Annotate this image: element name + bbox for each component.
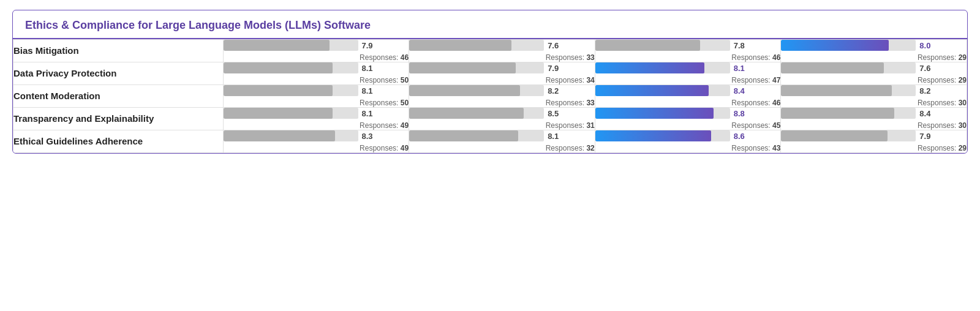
bar-container: 8.1 xyxy=(409,130,595,141)
bar-track xyxy=(409,85,544,96)
bar-container: 8.6 xyxy=(595,130,781,141)
bar-fill xyxy=(595,85,709,96)
bar-fill xyxy=(595,130,711,141)
row-label-cell: Content Moderation xyxy=(13,85,224,108)
responses-count: 34 xyxy=(586,76,594,84)
responses-text: Responses: 29 xyxy=(781,144,967,152)
responses-count: 43 xyxy=(772,144,780,152)
row-label-cell: Transparency and Explainability xyxy=(13,108,224,130)
bar-value: 8.1 xyxy=(548,132,564,141)
bar-fill xyxy=(224,40,330,51)
bar-cell: 8.5Responses: 31 xyxy=(409,108,595,130)
bar-value: 8.3 xyxy=(362,132,378,141)
bar-container: 8.3 xyxy=(224,130,409,141)
table-row: Transparency and Explainability8.1Respon… xyxy=(13,108,967,130)
responses-text: Responses: 49 xyxy=(224,121,409,130)
bar-value: 8.2 xyxy=(548,86,564,96)
bar-value: 8.2 xyxy=(919,86,935,96)
row-label-cell: Ethical Guidelines Adherence xyxy=(13,130,224,153)
bar-track xyxy=(595,85,730,96)
bar-track xyxy=(595,40,730,51)
responses-text: Responses: 46 xyxy=(224,53,409,62)
bar-container: 7.9 xyxy=(224,40,409,51)
bar-value: 8.5 xyxy=(548,109,564,118)
bar-fill xyxy=(224,130,336,141)
row-label: Data Privacy Protection xyxy=(13,68,116,78)
bar-value: 8.6 xyxy=(734,132,750,141)
bar-value: 7.8 xyxy=(734,41,750,50)
responses-text: Responses: 47 xyxy=(595,76,781,84)
bar-container: 8.8 xyxy=(595,108,781,119)
bar-cell: 7.6Responses: 33 xyxy=(409,40,595,62)
bar-fill xyxy=(409,62,516,73)
row-label-cell: Data Privacy Protection xyxy=(13,62,224,85)
bar-track xyxy=(224,62,358,73)
bar-container: 8.1 xyxy=(595,62,781,73)
bar-track xyxy=(781,62,916,73)
responses-text: Responses: 32 xyxy=(409,144,595,152)
bar-fill xyxy=(224,85,333,96)
data-table: Bias Mitigation7.9Responses: 467.6Respon… xyxy=(13,39,967,153)
bar-track xyxy=(409,108,544,119)
bar-container: 8.2 xyxy=(781,85,967,96)
bar-cell: 7.9Responses: 34 xyxy=(409,62,595,85)
bar-container: 8.4 xyxy=(781,108,967,119)
responses-text: Responses: 45 xyxy=(595,121,781,130)
card-title: Ethics & Compliance for Large Language M… xyxy=(25,19,371,31)
bar-track xyxy=(781,40,916,51)
responses-count: 29 xyxy=(959,53,967,62)
bar-track xyxy=(595,62,730,73)
bar-fill xyxy=(781,62,883,73)
bar-container: 7.6 xyxy=(409,40,595,51)
bar-track xyxy=(224,108,358,119)
bar-fill xyxy=(595,62,704,73)
bar-container: 8.1 xyxy=(224,108,409,119)
bar-track xyxy=(595,130,730,141)
bar-value: 8.1 xyxy=(362,86,378,96)
bar-value: 8.4 xyxy=(734,86,750,96)
responses-count: 46 xyxy=(772,53,780,62)
responses-count: 29 xyxy=(959,76,967,84)
responses-count: 49 xyxy=(401,121,409,130)
responses-text: Responses: 43 xyxy=(595,144,781,152)
bar-cell: 8.1Responses: 49 xyxy=(223,108,409,130)
bar-cell: 7.9Responses: 46 xyxy=(223,40,409,62)
bar-value: 7.9 xyxy=(548,64,564,73)
responses-count: 33 xyxy=(586,99,594,107)
responses-count: 49 xyxy=(401,144,409,152)
responses-text: Responses: 30 xyxy=(781,121,967,130)
responses-count: 50 xyxy=(401,76,409,84)
responses-count: 47 xyxy=(772,76,780,84)
bar-cell: 8.4Responses: 30 xyxy=(781,108,967,130)
bar-fill xyxy=(409,108,524,119)
responses-count: 45 xyxy=(772,121,780,130)
bar-cell: 8.6Responses: 43 xyxy=(595,130,781,153)
responses-count: 29 xyxy=(959,144,967,152)
row-label: Content Moderation xyxy=(13,91,100,101)
responses-text: Responses: 30 xyxy=(781,99,967,107)
bar-cell: 8.0Responses: 29 xyxy=(781,40,967,62)
bar-value: 7.9 xyxy=(919,132,935,141)
bar-track xyxy=(224,40,358,51)
responses-text: Responses: 29 xyxy=(781,53,967,62)
table-row: Content Moderation8.1Responses: 508.2Res… xyxy=(13,85,967,108)
main-card: Ethics & Compliance for Large Language M… xyxy=(12,10,968,154)
bar-track xyxy=(781,85,916,96)
responses-count: 32 xyxy=(586,144,594,152)
bar-cell: 8.2Responses: 30 xyxy=(781,85,967,108)
responses-count: 46 xyxy=(772,99,780,107)
bar-value: 8.1 xyxy=(362,109,378,118)
row-label: Ethical Guidelines Adherence xyxy=(13,136,143,146)
responses-text: Responses: 33 xyxy=(409,53,595,62)
bar-fill xyxy=(781,108,894,119)
bar-cell: 7.9Responses: 29 xyxy=(781,130,967,153)
bar-fill xyxy=(781,130,888,141)
bar-cell: 8.1Responses: 50 xyxy=(223,85,409,108)
table-row: Bias Mitigation7.9Responses: 467.6Respon… xyxy=(13,40,967,62)
bar-container: 8.4 xyxy=(595,85,781,96)
bar-track xyxy=(224,85,358,96)
bar-cell: 8.1Responses: 50 xyxy=(223,62,409,85)
bar-track xyxy=(409,62,544,73)
bar-cell: 7.6Responses: 29 xyxy=(781,62,967,85)
bar-fill xyxy=(409,130,518,141)
